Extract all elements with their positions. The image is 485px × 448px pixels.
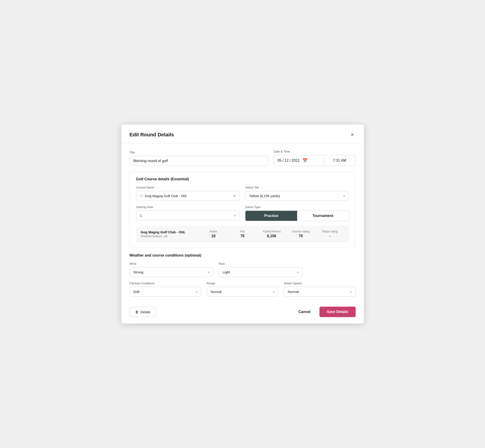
starting-hole-dropdown[interactable]: 1 2 3 10 [136,211,240,220]
course-name-input[interactable] [145,194,231,198]
course-name-input-wrapper[interactable]: ⚲ ✕ [136,191,240,201]
course-section-title: Golf Course details (Essential) [136,177,349,181]
trash-icon: 🗑 [135,310,139,314]
delete-button[interactable]: 🗑 Delete [129,307,156,317]
wind-group: Wind None Light Moderate Strong [129,262,213,277]
fairway-dropdown[interactable]: Soft Normal Hard [129,287,201,297]
rain-group: Rain None Light Moderate Heavy [219,262,303,277]
fairway-group: Fairway Conditions Soft Normal Hard [129,282,201,297]
yards-stat-value: 6,156 [257,234,286,238]
par-stat: Par 70 [228,230,257,238]
calendar-icon: 📅 [302,158,307,163]
title-input[interactable] [129,156,268,166]
game-type-toggle: Practice Tournament [245,211,349,221]
practice-toggle-button[interactable]: Practice [245,211,297,221]
course-info-name-block: Gog Magog Golf Club - Old, Shelford Bott… [141,230,199,238]
delete-label: Delete [140,310,150,314]
date-input-wrapper[interactable]: 05 / 12 / 2021 📅 [274,155,324,166]
search-icon: ⚲ [140,194,143,198]
weather-section: Weather and course conditions (optional)… [129,253,356,297]
select-tee-label: Select Tee [245,186,349,189]
select-tee-group: Select Tee Yellow (6,156 yards) White Re… [245,186,349,201]
cancel-button[interactable]: Cancel [295,307,314,317]
green-speed-label: Green Speed [284,282,356,285]
course-name-label: Course Name [136,186,240,189]
title-datetime-row: Title Date & Time 05 / 12 / 2021 📅 7:31 … [129,150,356,166]
course-name-group: Course Name ⚲ ✕ [136,186,240,201]
title-label: Title [129,151,268,154]
clear-icon[interactable]: ✕ [233,194,236,198]
select-tee-dropdown[interactable]: Yellow (6,156 yards) White Red Blue [245,191,349,201]
date-time-group: 05 / 12 / 2021 📅 7:31 AM [274,155,356,166]
rough-group: Rough Soft Normal Hard [207,282,278,297]
rough-label: Rough [207,282,278,285]
rough-dropdown[interactable]: Soft Normal Hard [207,287,278,297]
yards-stat-label: Yards(Yellow) [257,230,286,233]
green-speed-group: Green Speed Slow Normal Fast [284,282,356,297]
tournament-toggle-button[interactable]: Tournament [297,211,349,221]
datetime-label: Date & Time [274,150,356,153]
course-info-card: Gog Magog Golf Club - Old, Shelford Bott… [136,226,349,242]
course-info-location: Shelford Bottom, UK [141,234,199,238]
green-speed-dropdown[interactable]: Slow Normal Fast [284,287,356,297]
modal-header: Edit Round Details × [121,125,364,144]
weather-section-title: Weather and course conditions (optional) [129,253,356,257]
course-info-name: Gog Magog Golf Club - Old, [141,230,199,234]
game-type-label: Game Type [245,205,349,209]
title-field-group: Title [129,151,268,166]
modal-body: Title Date & Time 05 / 12 / 2021 📅 7:31 … [121,144,364,297]
edit-round-modal: Edit Round Details × Title Date & Time 0… [121,125,364,323]
wind-rain-row: Wind None Light Moderate Strong Rain Non… [129,262,303,277]
time-value: 7:31 AM [333,159,346,162]
save-button[interactable]: Save Details [319,307,356,317]
modal-title: Edit Round Details [129,132,174,138]
holes-stat: Holes 18 [199,230,228,238]
course-rating-value: 70 [286,234,315,238]
holes-stat-value: 18 [199,234,228,238]
slope-rating-stat: Slope rating - [315,230,345,238]
footer-right: Cancel Save Details [295,307,356,317]
wind-label: Wind [129,262,213,265]
game-type-group: Game Type Practice Tournament [245,205,349,221]
close-button[interactable]: × [349,131,356,139]
holes-stat-label: Holes [199,230,228,233]
fairway-rough-green-row: Fairway Conditions Soft Normal Hard Roug… [129,282,356,297]
course-tee-row: Course Name ⚲ ✕ Select Tee Yellow (6,156… [136,186,349,201]
course-rating-stat: Course rating 70 [286,230,315,238]
course-rating-label: Course rating [286,230,315,233]
wind-dropdown[interactable]: None Light Moderate Strong [129,267,213,277]
slope-rating-value: - [315,234,345,238]
par-stat-label: Par [228,230,257,233]
modal-footer: 🗑 Delete Cancel Save Details [121,302,364,323]
starting-hole-group: Starting Hole 1 2 3 10 [136,205,240,221]
yards-stat: Yards(Yellow) 6,156 [257,230,286,238]
fairway-label: Fairway Conditions [129,282,201,285]
hole-gametype-row: Starting Hole 1 2 3 10 Game Type Practic… [136,205,349,221]
rain-label: Rain [219,262,303,265]
rain-dropdown[interactable]: None Light Moderate Heavy [219,267,303,277]
par-stat-value: 70 [228,234,257,238]
time-input-wrapper[interactable]: 7:31 AM [324,155,356,166]
slope-rating-label: Slope rating [315,230,345,233]
course-section: Golf Course details (Essential) Course N… [129,171,356,248]
date-value: 05 / 12 / 2021 [278,159,300,162]
starting-hole-label: Starting Hole [136,205,240,209]
datetime-field-group: Date & Time 05 / 12 / 2021 📅 7:31 AM [274,150,356,166]
